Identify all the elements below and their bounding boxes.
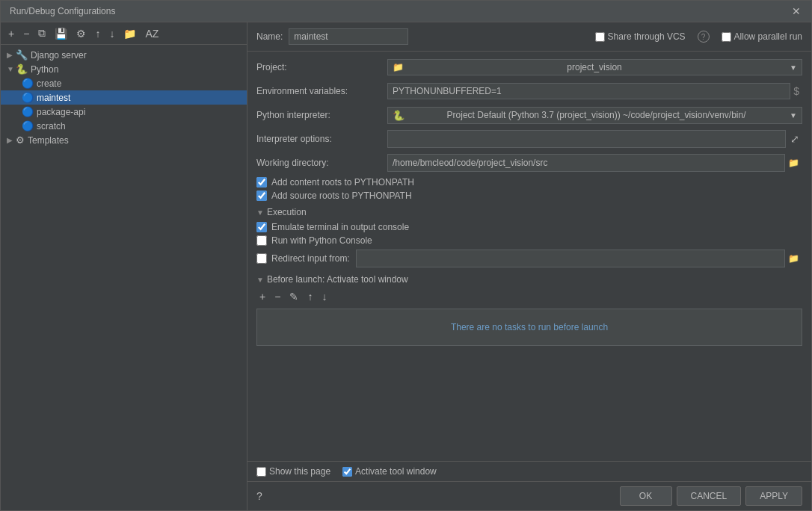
add-content-roots-text: Add content roots to PYTHONPATH bbox=[271, 177, 414, 188]
sort-button[interactable]: AZ bbox=[142, 26, 162, 41]
redirect-input-field[interactable] bbox=[356, 250, 785, 267]
remove-config-button[interactable]: − bbox=[20, 26, 32, 41]
tree-item-scratch[interactable]: 🔵 scratch bbox=[1, 119, 247, 133]
show-page-checkbox[interactable] bbox=[256, 467, 266, 477]
env-vars-display[interactable]: PYTHONUNBUFFERED=1 bbox=[387, 83, 790, 99]
run-python-console-label[interactable]: Run with Python Console bbox=[256, 235, 372, 246]
working-dir-input[interactable] bbox=[387, 154, 785, 172]
redirect-input-folder-button[interactable]: 📁 bbox=[785, 253, 802, 264]
tree-group-python[interactable]: ▼ 🐍 Python bbox=[1, 62, 247, 76]
django-group-icon: 🔧 bbox=[16, 49, 28, 61]
interpreter-options-expand-button[interactable]: ⤢ bbox=[787, 131, 802, 146]
allow-parallel-checkbox-label[interactable]: Allow parallel run bbox=[722, 31, 802, 42]
project-control: 📁 project_vision ▼ bbox=[387, 59, 802, 75]
templates-arrow-icon: ▶ bbox=[7, 136, 16, 144]
package-api-label: package-api bbox=[37, 107, 85, 117]
before-launch-up-button[interactable]: ↑ bbox=[304, 289, 316, 304]
name-input[interactable] bbox=[289, 28, 408, 45]
add-source-roots-text: Add source roots to PYTHONPATH bbox=[271, 191, 412, 201]
package-api-icon: 🔵 bbox=[22, 106, 34, 117]
env-vars-action-button[interactable]: $ bbox=[790, 85, 802, 97]
execution-section-header: ▼ Execution bbox=[256, 207, 802, 217]
move-down-button[interactable]: ↓ bbox=[106, 26, 117, 41]
templates-group-icon: ⚙ bbox=[16, 134, 25, 146]
cancel-button[interactable]: CANCEL bbox=[677, 486, 742, 506]
show-page-checkbox-label[interactable]: Show this page bbox=[256, 466, 330, 477]
right-panel: Name: Share through VCS ? Allow parallel… bbox=[247, 22, 811, 510]
allow-parallel-checkbox[interactable] bbox=[722, 32, 731, 42]
add-config-button[interactable]: + bbox=[5, 26, 17, 41]
add-source-roots-label[interactable]: Add source roots to PYTHONPATH bbox=[256, 191, 412, 201]
execution-label: Execution bbox=[267, 207, 307, 217]
interpreter-dropdown[interactable]: 🐍 Project Default (Python 3.7 (project_v… bbox=[387, 107, 802, 124]
emulate-terminal-row: Emulate terminal in output console bbox=[256, 222, 802, 232]
run-debug-dialog: Run/Debug Configurations ✕ + − ⧉ 💾 ⚙ ↑ ↓… bbox=[0, 0, 812, 511]
create-icon: 🔵 bbox=[22, 78, 34, 89]
tree-group-templates[interactable]: ▶ ⚙ Templates bbox=[1, 133, 247, 147]
add-source-roots-checkbox[interactable] bbox=[256, 191, 267, 201]
save-config-button[interactable]: 💾 bbox=[52, 26, 70, 41]
add-content-roots-row: Add content roots to PYTHONPATH bbox=[256, 177, 802, 188]
before-launch-remove-button[interactable]: − bbox=[271, 289, 283, 304]
interpreter-value: Project Default (Python 3.7 (project_vis… bbox=[447, 110, 746, 120]
header-right: Share through VCS ? Allow parallel run bbox=[595, 31, 802, 43]
working-dir-folder-button[interactable]: 📁 bbox=[785, 158, 802, 168]
maintest-icon: 🔵 bbox=[22, 92, 34, 103]
close-button[interactable]: ✕ bbox=[790, 5, 802, 17]
tree-item-package-api[interactable]: 🔵 package-api bbox=[1, 105, 247, 119]
scratch-label: scratch bbox=[37, 121, 66, 131]
name-label: Name: bbox=[256, 31, 283, 42]
settings-button[interactable]: ⚙ bbox=[73, 26, 89, 41]
project-dropdown-icon: 📁 bbox=[393, 62, 404, 72]
tree-item-create[interactable]: 🔵 create bbox=[1, 76, 247, 90]
folder-button[interactable]: 📁 bbox=[120, 26, 139, 41]
main-content: + − ⧉ 💾 ⚙ ↑ ↓ 📁 AZ ▶ 🔧 Django server bbox=[1, 22, 811, 510]
activate-tool-label: Activate tool window bbox=[355, 466, 437, 477]
bottom-options: Show this page Activate tool window bbox=[247, 461, 811, 481]
maintest-label: maintest bbox=[37, 93, 70, 103]
redirect-input-label: Redirect input from: bbox=[271, 253, 350, 264]
before-launch-down-button[interactable]: ↓ bbox=[319, 289, 330, 304]
before-launch-header: ▼ Before launch: Activate tool window bbox=[256, 274, 802, 285]
apply-button[interactable]: APPLY bbox=[745, 486, 802, 506]
show-page-label: Show this page bbox=[269, 466, 330, 477]
help-button[interactable]: ? bbox=[256, 490, 262, 502]
share-vcs-checkbox-label[interactable]: Share through VCS bbox=[595, 31, 686, 42]
working-dir-row: Working directory: 📁 bbox=[256, 153, 802, 173]
before-launch-edit-button[interactable]: ✎ bbox=[286, 289, 301, 304]
env-vars-control: PYTHONUNBUFFERED=1 $ bbox=[387, 83, 802, 99]
vcs-help-icon[interactable]: ? bbox=[698, 31, 710, 43]
interpreter-options-control: ⤢ bbox=[387, 130, 802, 148]
emulate-terminal-label[interactable]: Emulate terminal in output console bbox=[256, 222, 409, 232]
redirect-input-checkbox[interactable] bbox=[256, 253, 267, 264]
move-up-button[interactable]: ↑ bbox=[92, 26, 103, 41]
activate-tool-checkbox[interactable] bbox=[342, 467, 352, 477]
ok-button[interactable]: OK bbox=[620, 486, 672, 506]
before-launch-add-button[interactable]: + bbox=[256, 289, 268, 304]
tree-item-maintest[interactable]: 🔵 maintest bbox=[1, 90, 247, 105]
working-dir-control: 📁 bbox=[387, 154, 802, 172]
tree-group-django[interactable]: ▶ 🔧 Django server bbox=[1, 48, 247, 62]
emulate-terminal-checkbox[interactable] bbox=[256, 222, 267, 232]
run-python-console-checkbox[interactable] bbox=[256, 235, 267, 246]
interpreter-row: Python interpreter: 🐍 Project Default (P… bbox=[256, 105, 802, 125]
execution-arrow-icon: ▼ bbox=[256, 208, 264, 217]
copy-config-button[interactable]: ⧉ bbox=[35, 25, 49, 41]
dialog-title: Run/Debug Configurations bbox=[10, 6, 115, 16]
run-python-console-row: Run with Python Console bbox=[256, 235, 802, 246]
before-launch-toolbar: + − ✎ ↑ ↓ bbox=[256, 289, 802, 304]
interpreter-options-input[interactable] bbox=[387, 130, 786, 148]
activate-tool-checkbox-label[interactable]: Activate tool window bbox=[342, 466, 437, 477]
create-label: create bbox=[37, 78, 61, 89]
emulate-terminal-text: Emulate terminal in output console bbox=[271, 222, 409, 232]
python-group-label: Python bbox=[31, 64, 58, 75]
add-content-roots-checkbox[interactable] bbox=[256, 177, 267, 188]
project-dropdown[interactable]: 📁 project_vision ▼ bbox=[387, 59, 802, 75]
scratch-icon: 🔵 bbox=[22, 120, 34, 131]
before-launch-label: Before launch: Activate tool window bbox=[267, 274, 408, 285]
add-content-roots-label[interactable]: Add content roots to PYTHONPATH bbox=[256, 177, 414, 188]
env-vars-value: PYTHONUNBUFFERED=1 bbox=[393, 86, 502, 96]
share-vcs-checkbox[interactable] bbox=[595, 32, 605, 42]
env-vars-label: Environment variables: bbox=[256, 86, 387, 96]
left-panel: + − ⧉ 💾 ⚙ ↑ ↓ 📁 AZ ▶ 🔧 Django server bbox=[1, 22, 247, 510]
